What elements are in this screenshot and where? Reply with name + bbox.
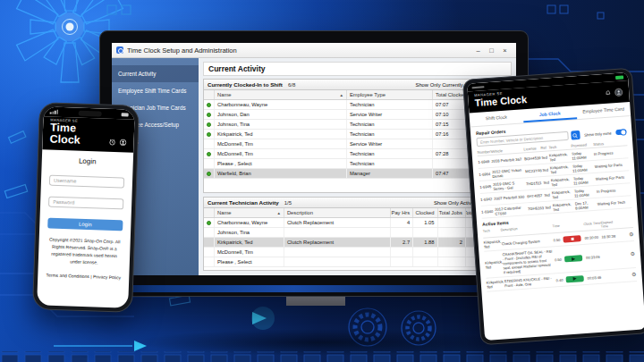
status-left-placeholder	[471, 86, 484, 88]
col-name[interactable]: Name	[217, 92, 231, 97]
table-row[interactable]: Please , Select	[204, 257, 504, 267]
col-pay-hrs[interactable]: Pay Hrs	[391, 208, 413, 217]
table-row[interactable]: McDonnell, TimTechnician07:28	[204, 149, 504, 159]
login-heading: Login	[50, 156, 125, 167]
play-icon	[572, 257, 575, 261]
password-input[interactable]	[48, 197, 123, 210]
table-row[interactable]: Kirkpatrick, TedTechnician07:16	[204, 130, 504, 139]
shift-panel-title: Currently Clocked-In to Shift	[208, 81, 283, 88]
copyright-text: Copyright ©2021 Snap-On Corp. All Rights…	[47, 237, 123, 267]
table-row[interactable]: McDonnell, TimService Writer	[204, 139, 504, 149]
table-row-selected[interactable]: Warfield, BrianManager07:47	[204, 169, 504, 179]
table-row[interactable]: Please , SelectTechnician	[204, 159, 504, 169]
clocked-in-indicator	[207, 152, 211, 156]
window-titlebar: Time Clock Setup and Administration – □ …	[112, 43, 516, 58]
phone-app-title: Time Clock	[49, 122, 109, 148]
phone-login-form: Login Login Copyright ©2021 Snap-On Corp…	[37, 150, 133, 308]
col-clocked[interactable]: Clocked	[413, 208, 437, 217]
bell-icon[interactable]	[605, 90, 611, 97]
login-button[interactable]: Login	[47, 218, 123, 232]
col-name[interactable]: Name	[217, 210, 231, 215]
phone-app-header: MANAGER SE Time Clock	[42, 116, 134, 153]
col-total-jobs[interactable]: Total Jobs	[438, 208, 466, 217]
camera-notch	[78, 110, 101, 116]
technician-panel: Current Technician Activity 1/5 Show Onl…	[203, 197, 512, 271]
start-timer-button[interactable]	[564, 256, 582, 263]
table-row[interactable]: Charbonneau, WayneClutch Replacement41.0…	[204, 218, 504, 228]
monitor-bezel-reflection	[109, 285, 519, 292]
table-row[interactable]: Charbonneau, WayneTechnician07:07	[204, 100, 504, 110]
tablet-device: MANAGER SE Time Clock Shift Clock Job Cl…	[462, 68, 644, 346]
clocked-in-indicator	[207, 113, 211, 117]
avatar[interactable]	[614, 88, 623, 97]
technician-panel-count: 1/5	[284, 200, 292, 206]
battery-icon	[615, 75, 623, 80]
show-only-mine-toggle[interactable]	[615, 129, 626, 135]
phone-screen: MANAGER SE Time Clock Login Login Copyri…	[37, 106, 135, 307]
minimize-button[interactable]: –	[471, 46, 485, 55]
clocked-in-indicator	[207, 172, 211, 176]
close-button[interactable]: ×	[498, 46, 512, 55]
sort-asc-icon: ▲	[340, 93, 343, 97]
search-button[interactable]	[571, 130, 580, 140]
stop-icon	[571, 238, 573, 240]
shift-table: Name▲ Employee Type Total Clocked Charbo…	[204, 90, 504, 192]
clock-icon[interactable]	[108, 139, 115, 146]
table-row[interactable]: Johnson, Tina	[204, 228, 504, 238]
page-title: Current Activity	[203, 62, 512, 76]
phone-device: MANAGER SE Time Clock Login Login Copyri…	[32, 102, 140, 313]
clocked-in-indicator	[207, 103, 211, 107]
timeclock-admin-window: Time Clock Setup and Administration – □ …	[112, 43, 516, 275]
search-icon	[572, 132, 578, 139]
show-only-mine-label: Show only mine	[584, 130, 612, 137]
battery-icon	[122, 113, 129, 116]
job-clock-view: Repair Orders Show only mine Number Vehi…	[470, 116, 644, 341]
shift-panel-count: 6/8	[288, 82, 295, 88]
signal-icon	[50, 110, 58, 114]
sort-asc-icon: ▲	[276, 211, 280, 215]
desktop-monitor: Time Clock Setup and Administration – □ …	[99, 30, 529, 297]
technician-table: Name▲ Description Pay Hrs Clocked Total …	[204, 208, 504, 270]
active-indicator	[207, 221, 211, 225]
sidebar-item-current-activity[interactable]: Current Activity	[112, 65, 199, 82]
technician-panel-title: Current Technician Activity	[208, 199, 279, 206]
desktop-screen: Time Clock Setup and Administration – □ …	[112, 43, 516, 275]
technician-table-header: Name▲ Description Pay Hrs Clocked Total …	[204, 208, 504, 218]
table-row-selected[interactable]: Kirkpatrick, TedClutch Replacement2.71.8…	[204, 238, 504, 248]
col-description[interactable]: Description	[284, 208, 391, 217]
gear-icon[interactable]: ⚙	[619, 232, 633, 240]
profile-icon[interactable]	[119, 139, 126, 147]
gear-icon[interactable]: ⚙	[621, 251, 635, 259]
table-row[interactable]: Johnson, DanService Writer07:10	[204, 110, 504, 120]
clocked-in-indicator	[207, 132, 211, 137]
tablet-app-title: Time Clock	[474, 94, 527, 108]
technician-panel-header: Current Technician Activity 1/5 Show Onl…	[204, 198, 511, 208]
sidebar-item-employee-shift-time-cards[interactable]: Employee Shift Time Cards	[112, 82, 199, 99]
person-icon	[615, 89, 622, 96]
table-row[interactable]: Johnson, TinaTechnician07:15	[204, 120, 504, 130]
play-icon	[573, 277, 577, 281]
marketing-composite: Time Clock Setup and Administration – □ …	[0, 0, 644, 362]
app-icon	[116, 46, 123, 54]
window-title: Time Clock Setup and Administration	[127, 46, 471, 55]
username-input[interactable]	[49, 175, 124, 189]
start-timer-button[interactable]	[565, 275, 583, 282]
shift-table-header: Name▲ Employee Type Total Clocked	[204, 90, 504, 100]
monitor-shadow	[134, 329, 510, 356]
tablet-screen: MANAGER SE Time Clock Shift Clock Job Cl…	[467, 72, 644, 341]
maximize-button[interactable]: □	[485, 46, 498, 55]
clocked-in-indicator	[207, 122, 211, 127]
col-employee-type[interactable]: Employee Type	[347, 90, 433, 99]
gear-icon[interactable]: ⚙	[622, 272, 636, 280]
table-row[interactable]: McDonnell, Tim	[204, 248, 504, 257]
stop-timer-button[interactable]	[563, 235, 580, 242]
footer-links[interactable]: Terms and Conditions | Privacy Policy	[46, 273, 121, 281]
